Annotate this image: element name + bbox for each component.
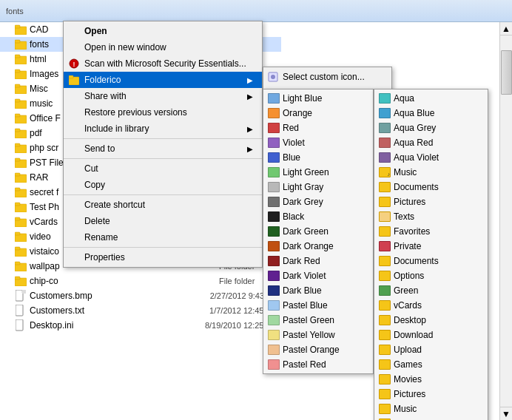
color-label: Blue xyxy=(283,152,300,163)
color-favorites[interactable]: Favorites xyxy=(374,224,488,239)
ctx-copy[interactable]: Copy xyxy=(64,177,262,193)
color-light-green[interactable]: Light Green xyxy=(263,165,373,180)
color-pastel-red[interactable]: Pastel Red xyxy=(263,357,373,372)
svg-rect-23 xyxy=(15,188,20,191)
color-swatch xyxy=(379,138,391,148)
file-item[interactable]: Customers.bmp2/27/2012 9:43 AM xyxy=(0,288,281,303)
ctx-separator xyxy=(64,138,262,139)
ctx-include-library[interactable]: Include in library ▶ xyxy=(64,121,262,137)
svg-rect-37 xyxy=(22,290,26,294)
color-swatch xyxy=(379,315,391,325)
ctx-create-shortcut[interactable]: Create shortcut xyxy=(64,197,262,213)
color-swatch xyxy=(268,330,280,340)
color-swatch xyxy=(268,138,280,148)
svg-rect-35 xyxy=(15,277,20,280)
color-movies[interactable]: Movies xyxy=(374,372,488,387)
folder-icon xyxy=(15,83,27,95)
color-aqua-grey[interactable]: Aqua Grey xyxy=(374,121,488,135)
color-pictures2[interactable]: Pictures xyxy=(374,387,488,402)
context-menu: Open Open in new window ! Scan with Micr… xyxy=(63,21,263,268)
scrollbar[interactable]: ▲ ▼ xyxy=(499,22,512,420)
color-pastel-blue[interactable]: Pastel Blue xyxy=(263,298,373,313)
ctx-scan[interactable]: ! Scan with Microsoft Security Essential… xyxy=(64,55,262,72)
color-label: Private xyxy=(394,241,421,251)
color-aqua-violet[interactable]: Aqua Violet xyxy=(374,150,488,165)
color-swatch xyxy=(379,226,391,237)
color-pastel-green[interactable]: Pastel Green xyxy=(263,313,373,328)
color-aqua-red[interactable]: Aqua Red xyxy=(374,135,488,150)
color-vcards[interactable]: vCards xyxy=(374,298,488,313)
color-texts[interactable]: Texts xyxy=(374,209,488,224)
color-documents3[interactable]: Documents xyxy=(374,416,488,420)
color-upload[interactable]: Upload xyxy=(374,342,488,357)
color-games[interactable]: Games xyxy=(374,357,488,372)
color-desktop[interactable]: Desktop xyxy=(374,313,488,328)
color-swatch xyxy=(268,152,280,163)
color-dark-violet[interactable]: Dark Violet xyxy=(263,268,373,283)
color-label: Pictures xyxy=(394,389,425,399)
color-music2[interactable]: Music xyxy=(374,402,488,416)
color-green2[interactable]: Green xyxy=(374,283,488,298)
scroll-thumb[interactable] xyxy=(501,50,512,95)
color-dark-grey[interactable]: Dark Grey xyxy=(263,194,373,209)
submenu-arrow: ▶ xyxy=(247,145,253,153)
color-orange[interactable]: Orange xyxy=(263,106,373,121)
color-dark-green[interactable]: Dark Green xyxy=(263,224,373,239)
svg-rect-39 xyxy=(16,319,23,331)
folder-icon xyxy=(15,275,27,287)
ctx-cut[interactable]: Cut xyxy=(64,160,262,177)
color-dark-orange[interactable]: Dark Orange xyxy=(263,239,373,254)
color-blue[interactable]: Blue xyxy=(263,150,373,165)
folder-icon xyxy=(15,245,27,257)
color-red[interactable]: Red xyxy=(263,121,373,135)
file-item[interactable]: Desktop.ini8/19/2010 12:25 PM xyxy=(0,318,281,333)
color-music[interactable]: ♪ Music xyxy=(374,165,488,180)
color-black[interactable]: Black xyxy=(263,209,373,224)
color-swatch xyxy=(268,182,280,192)
color-documents2[interactable]: Documents xyxy=(374,254,488,268)
color-label: Violet xyxy=(283,138,305,148)
color-aqua-blue[interactable]: Aqua Blue xyxy=(374,106,488,121)
color-label: Light Green xyxy=(283,167,329,177)
ctx-open[interactable]: Open xyxy=(64,23,262,39)
ctx-properties[interactable]: Properties xyxy=(64,249,262,265)
color-pastel-orange[interactable]: Pastel Orange xyxy=(263,342,373,357)
ctx-label: Cut xyxy=(84,163,98,174)
sub-select-icon[interactable]: Select custom icon... xyxy=(263,69,391,85)
ctx-share-with[interactable]: Share with ▶ xyxy=(64,88,262,104)
color-dark-red[interactable]: Dark Red xyxy=(263,254,373,268)
ctx-rename[interactable]: Rename xyxy=(64,229,262,245)
color-light-blue[interactable]: Light Blue xyxy=(263,91,373,106)
file-name: Customers.bmp xyxy=(30,291,210,301)
color-aqua[interactable]: Aqua xyxy=(374,91,488,106)
color-swatch xyxy=(268,211,280,222)
file-item[interactable]: Customers.txt1/7/2012 12:45 PM xyxy=(0,303,281,318)
color-label: Red xyxy=(283,123,299,133)
color-label: Black xyxy=(283,211,304,222)
ctx-folderico[interactable]: Folderico ▶ xyxy=(64,72,262,88)
ctx-separator xyxy=(64,158,262,159)
color-submenu-right: Aqua Aqua Blue Aqua Grey Aqua Red Aqua V… xyxy=(374,89,488,420)
scroll-down[interactable]: ▼ xyxy=(500,407,512,420)
color-download[interactable]: Download xyxy=(374,328,488,342)
color-label: Aqua xyxy=(394,93,414,104)
ctx-restore[interactable]: Restore previous versions xyxy=(64,104,262,121)
color-private[interactable]: Private xyxy=(374,239,488,254)
color-pastel-yellow[interactable]: Pastel Yellow xyxy=(263,328,373,342)
ctx-open-new-window[interactable]: Open in new window xyxy=(64,39,262,55)
scroll-up[interactable]: ▲ xyxy=(500,22,512,35)
ctx-delete[interactable]: Delete xyxy=(64,213,262,229)
ctx-label: Open in new window xyxy=(84,42,166,52)
color-swatch xyxy=(268,359,280,370)
file-item[interactable]: chip-coFile folder xyxy=(0,274,281,288)
color-violet[interactable]: Violet xyxy=(263,135,373,150)
color-light-gray[interactable]: Light Gray xyxy=(263,180,373,194)
color-dark-blue[interactable]: Dark Blue xyxy=(263,283,373,298)
folder-icon xyxy=(15,260,27,272)
ctx-send-to[interactable]: Send to ▶ xyxy=(64,140,262,157)
submenu-arrow: ▶ xyxy=(247,92,253,101)
color-options[interactable]: Options xyxy=(374,268,488,283)
color-pictures[interactable]: Pictures xyxy=(374,194,488,209)
color-swatch xyxy=(268,315,280,325)
color-documents[interactable]: Documents xyxy=(374,180,488,194)
